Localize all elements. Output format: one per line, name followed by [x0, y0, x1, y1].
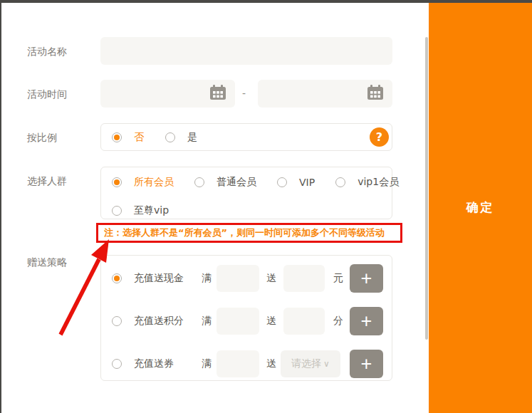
calendar-icon: [209, 85, 226, 103]
radio-option-normal-members[interactable]: 普通会员: [194, 176, 256, 189]
add-rule-button[interactable]: +: [350, 307, 383, 335]
threshold-amount-input[interactable]: [217, 265, 259, 292]
date-range-separator: -: [242, 88, 246, 99]
activity-time-label: 活动时间: [27, 88, 67, 101]
radio-option-label: 是: [187, 131, 197, 144]
gift-mid-label: 送: [266, 315, 276, 328]
threshold-amount-input[interactable]: [217, 350, 259, 377]
threshold-prefix-label: 满: [202, 357, 212, 370]
radio-option-vip[interactable]: VIP: [277, 177, 315, 188]
plus-icon: +: [361, 353, 372, 375]
window-left-border: [0, 0, 1, 413]
gift-amount-input[interactable]: [283, 308, 325, 335]
coupon-select[interactable]: 请选择 ∨: [281, 350, 340, 377]
radio-option-vip1[interactable]: vip1会员: [335, 176, 399, 189]
strategy-label: 赠送策略: [27, 256, 67, 269]
threshold-prefix-label: 满: [202, 272, 212, 285]
add-activity-dialog: 活动名称 活动时间 -: [0, 0, 532, 413]
audience-group: 所有会员 普通会员 VIP vip1会员 至尊vip: [100, 167, 392, 219]
activity-name-input[interactable]: [100, 37, 392, 65]
chevron-down-icon: ∨: [323, 359, 330, 369]
threshold-prefix-label: 满: [202, 315, 212, 328]
radio-unselected-icon: [335, 177, 345, 187]
by-ratio-group: 否 是 ?: [100, 123, 392, 151]
strategy-row-coupon: 充值送券 满 送 请选择 ∨ +: [101, 350, 392, 378]
strategy-option-label[interactable]: 充值送现金: [134, 272, 184, 285]
radio-unselected-icon[interactable]: [112, 359, 122, 369]
start-date-field[interactable]: [100, 80, 235, 108]
side-panel: 确定: [429, 3, 532, 413]
calendar-icon: [367, 85, 384, 103]
radio-option-label: 否: [134, 131, 144, 144]
unit-label: 分: [333, 315, 343, 328]
strategy-group: 充值送现金 满 送 元 + 充值送积分 满 送 分 + 充值送券 满 送 请选择: [100, 255, 392, 381]
strategy-row-cash: 充值送现金 满 送 元 +: [101, 264, 392, 293]
radio-option-label: 普通会员: [217, 176, 256, 189]
coupon-select-placeholder: 请选择: [291, 357, 321, 370]
radio-option-yes[interactable]: 是: [165, 131, 197, 144]
radio-selected-icon[interactable]: [112, 273, 122, 283]
radio-unselected-icon: [277, 177, 287, 187]
add-rule-button[interactable]: +: [350, 350, 383, 378]
radio-option-no[interactable]: 否: [112, 131, 144, 144]
radio-option-supreme-vip[interactable]: 至尊vip: [112, 204, 169, 217]
radio-selected-icon: [112, 132, 122, 142]
plus-icon: +: [361, 268, 372, 289]
vertical-scrollbar[interactable]: [425, 37, 428, 340]
audience-label: 选择人群: [27, 175, 67, 188]
activity-name-label: 活动名称: [27, 46, 67, 58]
add-rule-button[interactable]: +: [350, 264, 383, 293]
unit-label: 元: [333, 272, 343, 285]
strategy-option-label[interactable]: 充值送积分: [134, 315, 184, 328]
strategy-option-label[interactable]: 充值送券: [134, 357, 174, 370]
threshold-amount-input[interactable]: [217, 308, 259, 335]
note-text: 注：选择人群不是“所有会员”，则同一时间可添加多个不同等级活动: [104, 226, 385, 239]
gift-mid-label: 送: [266, 272, 276, 285]
gift-amount-input[interactable]: [283, 265, 325, 292]
radio-unselected-icon: [194, 177, 204, 187]
by-ratio-label: 按比例: [27, 132, 57, 145]
note-banner: 注：选择人群不是“所有会员”，则同一时间可添加多个不同等级活动: [96, 223, 402, 243]
plus-icon: +: [361, 310, 372, 332]
end-date-field[interactable]: [258, 80, 392, 108]
confirm-button[interactable]: 确定: [429, 199, 532, 216]
radio-option-all-members[interactable]: 所有会员: [112, 176, 174, 189]
strategy-row-points: 充值送积分 满 送 分 +: [101, 307, 392, 335]
radio-selected-icon: [112, 177, 122, 187]
radio-option-label: 至尊vip: [134, 204, 169, 217]
help-icon[interactable]: ?: [370, 127, 389, 147]
gift-mid-label: 送: [266, 357, 276, 370]
radio-option-label: 所有会员: [134, 176, 174, 189]
radio-unselected-icon: [165, 132, 175, 142]
radio-unselected-icon[interactable]: [112, 316, 122, 326]
radio-option-label: vip1会员: [358, 176, 399, 189]
radio-option-label: VIP: [299, 177, 315, 188]
radio-unselected-icon: [112, 206, 122, 216]
